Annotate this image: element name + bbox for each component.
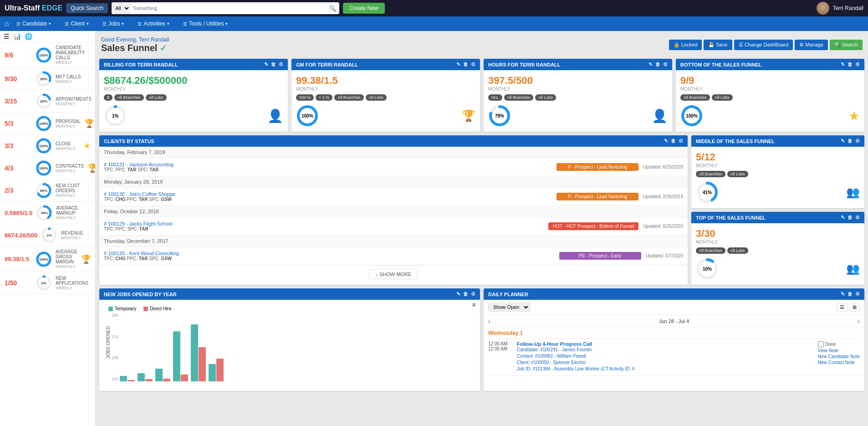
contact-link[interactable]: Contact: #100082 - William Powell <box>517 354 586 359</box>
event-time-end: 12:00 AM <box>488 346 513 351</box>
event-done-checkbox[interactable] <box>818 341 824 347</box>
tag-lobs[interactable]: All Lobs <box>366 94 387 101</box>
list-item: 1/50 2% NEW APPLICATIONS WEEKLY <box>0 272 95 294</box>
client-label: Client <box>71 21 85 27</box>
metric-circle: 30% <box>36 71 52 87</box>
sidebar-item-activities[interactable]: ☰ Activities ▾ <box>131 19 175 29</box>
tag-hrs[interactable]: Hrs. <box>488 94 502 101</box>
edit-icon[interactable]: ✎ <box>456 291 460 297</box>
billing-value: $8674.26/$500000 <box>104 75 283 87</box>
planner-list-view-button[interactable]: ☰ <box>837 303 848 312</box>
edit-icon[interactable]: ✎ <box>841 291 845 297</box>
sidebar-menu-icon[interactable]: ☰ <box>4 33 10 40</box>
new-contact-note-link[interactable]: New Contact Note <box>818 360 860 365</box>
hours-value: 397.5/500 <box>488 75 668 87</box>
sidebar-item-client[interactable]: ☰ Client ▾ <box>58 19 95 29</box>
change-dashboard-button[interactable]: ☰ Change DashBoard <box>734 40 793 50</box>
save-button[interactable]: 💾 Save <box>704 40 732 50</box>
top-header: Ultra-Staff EDGE Quick Search All 🔍 Crea… <box>0 0 868 16</box>
delete-icon[interactable]: 🗑 <box>271 62 276 67</box>
tag-lobs[interactable]: All Lobs <box>727 247 748 254</box>
top-funnel-tags: All Branches All Lobs <box>696 247 860 254</box>
settings-icon[interactable]: ⚙ <box>855 215 860 221</box>
billing-donut: 1% <box>104 104 127 127</box>
tag-branches[interactable]: All Branches <box>696 171 725 177</box>
bar-temp <box>120 376 127 381</box>
sidebar-item-jobs[interactable]: ☰ Jobs ▾ <box>96 19 130 29</box>
client-link[interactable]: # 100129 - Jacks Flight School <box>104 221 544 226</box>
client-link[interactable]: # 100120 - Kent Wood Consulting <box>104 251 555 256</box>
job-link[interactable]: Job ID: #101384 - Assembly Line Worker (… <box>517 366 635 371</box>
sidebar: ☰ 📊 🌐 9/6 100% CANDIDATE AVAILABILITY CA… <box>0 31 96 426</box>
settings-icon[interactable]: ⚙ <box>855 62 860 67</box>
delete-icon[interactable]: 🗑 <box>848 215 853 221</box>
tag-lobs[interactable]: All Lobs <box>535 94 556 101</box>
candidate-link[interactable]: Candidate: #100291 - James Fountin <box>517 347 592 352</box>
new-candidate-note-link[interactable]: New Candidate Note <box>818 354 860 359</box>
view-note-link[interactable]: View Note <box>818 348 860 353</box>
delete-icon[interactable]: 🗑 <box>655 62 660 67</box>
sidebar-item-candidate[interactable]: ☰ Candidate ▾ <box>10 19 58 29</box>
client-icon: ☰ <box>65 21 69 26</box>
search-button[interactable]: 🔍 Search <box>830 40 863 50</box>
edit-icon[interactable]: ✎ <box>841 215 845 221</box>
create-new-button[interactable]: Create New <box>343 3 384 14</box>
delete-icon[interactable]: 🗑 <box>463 62 468 67</box>
settings-icon[interactable]: ⚙ <box>663 62 668 67</box>
bottom-funnel-value: 9/9 <box>680 75 860 87</box>
candidate-icon: ☰ <box>16 21 20 26</box>
client-link[interactable]: # 100130 - Joe's Coffee Shoppe <box>104 191 552 197</box>
manage-button[interactable]: ⚙ Manage <box>795 40 828 50</box>
search-input[interactable] <box>130 2 326 14</box>
settings-icon[interactable]: ⚙ <box>855 291 860 297</box>
settings-icon[interactable]: ⚙ <box>279 62 283 67</box>
search-submit-button[interactable]: 🔍 <box>326 5 339 12</box>
settings-icon[interactable]: ⚙ <box>471 62 475 67</box>
tag-lobs[interactable]: All Lobs <box>712 94 733 101</box>
delete-icon[interactable]: 🗑 <box>463 291 468 297</box>
planner-grid-view-button[interactable]: ⊞ <box>849 303 860 312</box>
tag-dollar[interactable]: $ <box>104 94 112 101</box>
planner-next-button[interactable]: › <box>858 318 860 325</box>
tag-branches[interactable]: All Branches <box>680 94 710 101</box>
top-funnel-sub: MONTHLY <box>696 240 860 245</box>
tag-gm[interactable]: GM % <box>296 94 314 101</box>
settings-icon[interactable]: ⚙ <box>679 138 683 144</box>
edit-icon[interactable]: ✎ <box>456 62 460 67</box>
delete-icon[interactable]: 🗑 <box>848 291 853 297</box>
edit-icon[interactable]: ✎ <box>664 138 668 144</box>
sidebar-chart-icon[interactable]: 📊 <box>13 33 21 40</box>
edit-icon[interactable]: ✎ <box>841 62 845 67</box>
delete-icon[interactable]: 🗑 <box>848 62 853 67</box>
edit-icon[interactable]: ✎ <box>841 138 845 144</box>
tag-all-branches[interactable]: All Branches <box>114 94 144 101</box>
settings-icon[interactable]: ⚙ <box>855 138 860 144</box>
client-link[interactable]: # 100131 - Jackson Accounting <box>104 162 552 167</box>
person-icon: 👤 <box>652 108 668 123</box>
client-link[interactable]: Client: #100050 - Spencer Electric <box>517 360 586 365</box>
delete-icon[interactable]: 🗑 <box>671 138 676 144</box>
metric-circle: 2% <box>36 275 52 291</box>
sidebar-item-tools[interactable]: ☰ Tools / Utilities ▾ <box>177 19 235 29</box>
locked-button[interactable]: 🔒 Locked <box>669 40 702 50</box>
tag-branches[interactable]: All Branches <box>334 94 364 101</box>
date-header: Friday, October 12, 2018 <box>99 206 688 217</box>
search-category-select[interactable]: All <box>112 2 130 14</box>
tag-lobs[interactable]: All Lobs <box>727 171 748 177</box>
metric-circle: 1% <box>41 227 57 243</box>
tag-branches[interactable]: All Branches <box>504 94 534 101</box>
show-more-button[interactable]: ↓ SHOW MORE <box>369 269 419 279</box>
delete-icon[interactable]: 🗑 <box>848 138 853 144</box>
planner-prev-button[interactable]: ‹ <box>488 318 490 325</box>
tag-branches[interactable]: All Branches <box>696 247 725 254</box>
tag-all-lobs[interactable]: All Lobs <box>146 94 167 101</box>
edit-icon[interactable]: ✎ <box>648 62 653 67</box>
settings-icon[interactable]: ⚙ <box>471 291 475 297</box>
planner-show-select[interactable]: Show Open Show All <box>488 303 530 312</box>
event-title[interactable]: Follow-Up 4-Hour Progress Call <box>517 341 814 347</box>
edit-icon[interactable]: ✎ <box>264 62 268 67</box>
nav-home-icon[interactable]: ⌂ <box>5 20 9 28</box>
chart-menu-icon[interactable]: ≡ <box>472 302 475 308</box>
sidebar-globe-icon[interactable]: 🌐 <box>25 33 32 40</box>
tag-plus1[interactable]: + 1 % <box>316 94 332 101</box>
